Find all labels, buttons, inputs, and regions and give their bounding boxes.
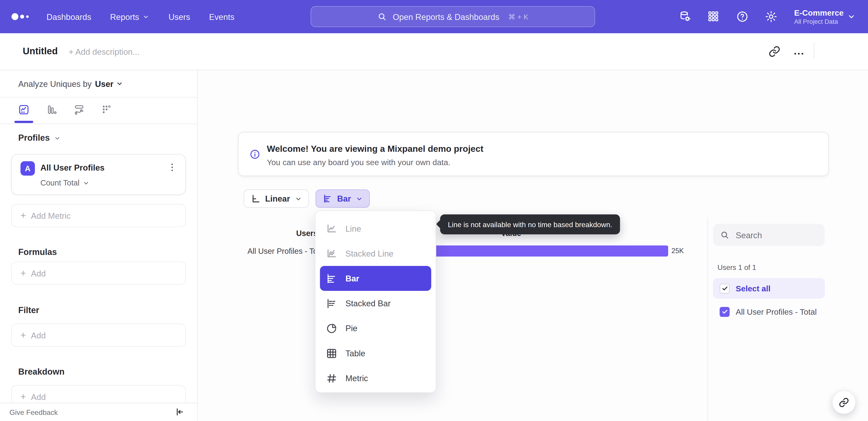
query-builder-sidebar: Analyze Uniques by User	[0, 71, 197, 421]
add-formula-button[interactable]: + Add	[11, 261, 186, 285]
search-icon	[377, 11, 387, 22]
chevron-down-icon	[294, 195, 302, 202]
data-management-icon[interactable]	[678, 10, 691, 23]
plus-icon: +	[21, 331, 26, 340]
plus-icon: +	[21, 392, 26, 401]
chevron-down-icon	[54, 134, 61, 142]
formulas-section-header: Formulas	[18, 247, 57, 257]
nav-item-events[interactable]: Events	[209, 12, 235, 22]
series-item-label: All User Profiles - Total	[736, 307, 817, 316]
chart-type-dropdown: Line Stacked Line Bar Stacked Bar Pie	[315, 210, 436, 393]
dropdown-item-label: Stacked Line	[345, 249, 393, 258]
nav-item-label: Events	[209, 12, 235, 22]
sidebar-footer: Give Feedback	[0, 403, 197, 421]
tab-retention[interactable]	[101, 104, 113, 116]
metric-kebab-icon[interactable]	[166, 162, 178, 173]
copy-link-icon[interactable]	[768, 46, 780, 58]
top-nav: Dashboards Reports Users Events Open Rep…	[0, 0, 868, 33]
give-feedback-link[interactable]: Give Feedback	[9, 408, 58, 417]
chart-bar-value: 25K	[672, 247, 684, 255]
tab-flows[interactable]	[73, 104, 85, 116]
dropdown-item-line: Line	[315, 216, 436, 241]
plus-icon: +	[21, 269, 26, 278]
dropdown-item-table[interactable]: Table	[315, 341, 436, 366]
add-description-field[interactable]: + Add description...	[69, 47, 140, 57]
scale-selector-button[interactable]: Linear	[244, 190, 309, 208]
info-icon	[249, 148, 260, 160]
tab-insights[interactable]	[18, 104, 30, 116]
nav-item-label: Users	[168, 12, 190, 22]
project-name: E-Commerce	[794, 8, 844, 18]
panel-divider	[708, 217, 708, 421]
project-switcher[interactable]: E-Commerce All Project Data	[794, 8, 844, 25]
report-canvas: Welcome! You are viewing a Mixpanel demo…	[197, 71, 868, 421]
dropdown-item-stacked-bar[interactable]: Stacked Bar	[315, 291, 436, 316]
dropdown-item-bar[interactable]: Bar	[320, 266, 431, 291]
mixpanel-logo-icon[interactable]	[11, 12, 31, 21]
breakdown-section-header: Breakdown	[18, 367, 65, 377]
chevron-down-icon[interactable]	[847, 12, 856, 21]
aggregation-dropdown[interactable]: Count Total	[40, 178, 90, 187]
help-icon[interactable]	[736, 10, 749, 23]
settings-gear-icon[interactable]	[764, 10, 778, 23]
tooltip-arrow	[436, 220, 445, 228]
chart-type-button[interactable]: Bar	[315, 190, 370, 208]
banner-subtitle: You can use any board you see with your …	[267, 158, 450, 167]
add-label: Add	[31, 269, 46, 278]
select-all-label: Select all	[736, 284, 771, 293]
collapse-sidebar-icon[interactable]	[174, 407, 185, 417]
global-search[interactable]: Open Reports & Dashboards ⌘ + K	[311, 6, 595, 27]
bar-chart-icon	[322, 193, 333, 204]
check-icon	[721, 285, 728, 292]
series-search-input[interactable]	[735, 230, 820, 240]
report-title[interactable]: Untitled	[23, 46, 58, 57]
select-all-row[interactable]: Select all	[713, 278, 825, 299]
select-all-checkbox[interactable]	[720, 283, 730, 293]
profiles-section-header[interactable]: Profiles	[18, 133, 61, 143]
analyze-entity-value: User	[95, 79, 114, 88]
app: Dashboards Reports Users Events Open Rep…	[0, 0, 868, 421]
formulas-header-label: Formulas	[18, 247, 57, 257]
chevron-down-icon	[116, 80, 123, 88]
add-metric-button[interactable]: + Add Metric	[11, 204, 186, 227]
dropdown-item-label: Bar	[345, 274, 359, 283]
nav-item-dashboards[interactable]: Dashboards	[46, 12, 91, 22]
content: Analyze Uniques by User	[0, 71, 868, 421]
nav-icon-group: E-Commerce All Project Data	[678, 0, 868, 33]
search-icon	[720, 230, 730, 240]
more-options-icon[interactable]	[793, 48, 805, 60]
dropdown-item-label: Pie	[345, 324, 358, 333]
breakdown-header-label: Breakdown	[18, 367, 65, 377]
chevron-down-icon	[143, 13, 150, 20]
add-filter-button[interactable]: + Add	[11, 324, 186, 347]
dropdown-item-stacked-line: Stacked Line	[315, 241, 436, 266]
link-icon	[839, 397, 849, 408]
metric-badge: A	[21, 161, 35, 176]
nav-item-label: Dashboards	[46, 12, 91, 22]
check-icon	[721, 308, 728, 315]
share-link-fab[interactable]	[833, 391, 855, 414]
analyze-entity-dropdown[interactable]: User	[95, 79, 123, 88]
series-checkbox[interactable]	[720, 307, 730, 317]
chart-row-label: All User Profiles - Total	[248, 247, 326, 255]
stacked-bar-chart-icon	[326, 297, 338, 309]
metric-card: A All User Profiles Count Total	[11, 154, 186, 195]
series-item-row[interactable]: All User Profiles - Total	[713, 301, 825, 322]
series-search[interactable]	[713, 224, 825, 246]
tab-funnels[interactable]	[45, 104, 58, 116]
line-chart-icon	[326, 222, 338, 234]
dropdown-item-pie[interactable]: Pie	[315, 316, 436, 341]
demo-banner: Welcome! You are viewing a Mixpanel demo…	[238, 132, 829, 176]
dropdown-item-metric[interactable]: Metric	[315, 366, 436, 390]
nav-item-users[interactable]: Users	[168, 12, 190, 22]
banner-title: Welcome! You are viewing a Mixpanel demo…	[267, 144, 483, 154]
chart-column-header-users: Users	[296, 229, 318, 237]
analyze-uniques-row: Analyze Uniques by User	[0, 71, 197, 97]
search-shortcut: ⌘ + K	[508, 12, 528, 21]
apps-grid-icon[interactable]	[707, 10, 720, 23]
dropdown-item-label: Stacked Bar	[345, 299, 391, 308]
nav-item-reports[interactable]: Reports	[110, 12, 150, 22]
metric-name[interactable]: All User Profiles	[40, 163, 105, 172]
dropdown-item-label: Table	[345, 348, 365, 358]
aggregation-value: Count Total	[40, 178, 80, 187]
